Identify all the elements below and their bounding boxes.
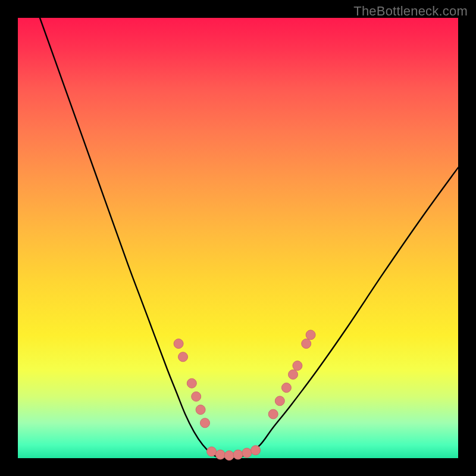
- curve-marker: [233, 450, 243, 459]
- curve-marker: [275, 396, 284, 406]
- curve-marker: [224, 451, 234, 461]
- curve-marker: [306, 330, 315, 340]
- curve-marker: [268, 409, 278, 419]
- bottleneck-curve-path: [40, 18, 458, 459]
- curve-marker: [215, 450, 225, 459]
- curve-marker: [251, 446, 261, 455]
- bottleneck-curve-svg: [18, 18, 458, 458]
- curve-marker: [207, 447, 217, 456]
- curve-marker: [192, 392, 201, 401]
- curve-marker: [178, 352, 188, 362]
- watermark-text: TheBottleneck.com: [353, 4, 468, 19]
- curve-markers: [174, 330, 315, 461]
- curve-marker: [242, 448, 252, 458]
- curve-marker: [196, 405, 205, 415]
- curve-marker: [302, 339, 311, 349]
- curve-marker: [281, 383, 291, 393]
- curve-marker: [289, 369, 298, 379]
- chart-plot-area: [18, 18, 458, 458]
- curve-marker: [293, 361, 302, 371]
- curve-marker: [187, 378, 196, 388]
- curve-marker: [174, 339, 183, 349]
- curve-marker: [201, 418, 210, 428]
